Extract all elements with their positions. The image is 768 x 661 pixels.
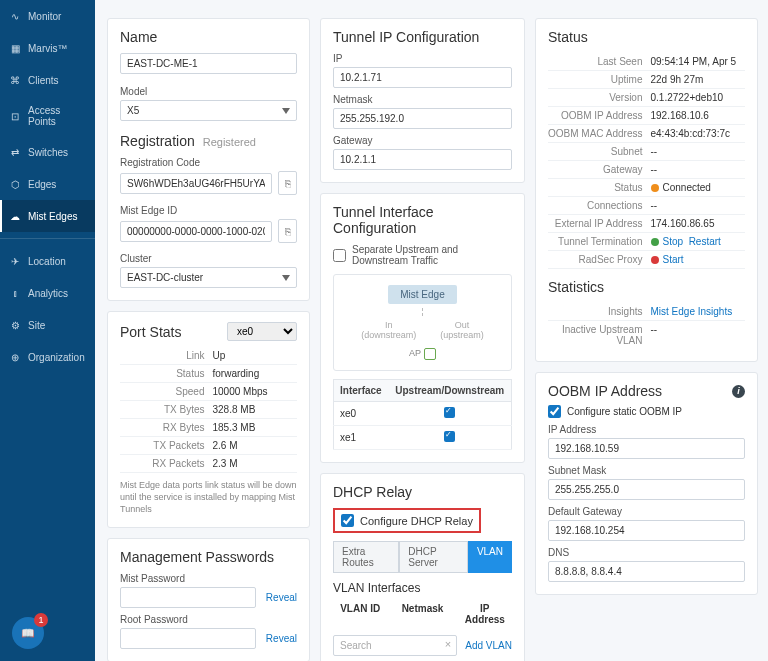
add-vlan-button[interactable]: Add VLAN [465,640,512,652]
oobm-dns-input[interactable] [548,561,745,582]
location-icon: ✈ [8,254,22,268]
main-content: Name Model X5 RegistrationRegistered Reg… [95,0,768,661]
edgeid-label: Mist Edge ID [120,205,297,216]
nav-location[interactable]: ✈Location [0,245,95,277]
copy-icon: ⎘ [285,226,291,237]
edgeid-input[interactable] [120,221,272,242]
regcode-label: Registration Code [120,157,297,168]
registration-label: RegistrationRegistered [120,133,297,149]
tab-vlan[interactable]: VLAN [468,541,512,573]
oobm-gateway-input[interactable] [548,520,745,541]
status-label: Status [548,29,745,45]
tunnel-ip-card: Tunnel IP Configuration IP Netmask Gatew… [320,18,525,183]
dhcp-relay-card: DHCP Relay Configure DHCP Relay Extra Ro… [320,473,525,661]
port-row: Speed10000 Mbps [120,383,297,401]
radsec-start-link[interactable]: Start [663,254,684,265]
clear-search-icon[interactable]: × [445,638,451,650]
oip-label: IP Address [548,424,745,435]
name-input[interactable] [120,53,297,74]
separate-traffic-checkbox[interactable]: Separate Upstream and Downstream Traffic [333,244,512,266]
vlan-search-input[interactable] [333,635,457,656]
interface-table: InterfaceUpstream/Downstream xe0 xe1 [333,379,512,450]
cluster-select[interactable]: EAST-DC-cluster [120,267,297,288]
org-icon: ⊕ [8,350,22,364]
tunnel-iface-card: Tunnel Interface Configuration Separate … [320,193,525,463]
tab-extra-routes[interactable]: Extra Routes [333,541,399,573]
nav-site[interactable]: ⚙Site [0,309,95,341]
regcode-input[interactable] [120,173,272,194]
ap-icon [424,348,436,360]
insights-link[interactable]: Mist Edge Insights [651,306,733,317]
ip-label: IP [333,53,512,64]
reveal-root-password[interactable]: Reveal [266,633,297,644]
nav-analytics[interactable]: ⫾Analytics [0,277,95,309]
nav-switches[interactable]: ⇄Switches [0,136,95,168]
checkbox-checked-icon[interactable] [444,431,455,442]
nav-marvis[interactable]: ▦Marvis™ [0,32,95,64]
docs-button[interactable]: 📖 1 [12,617,44,649]
ogw-label: Default Gateway [548,506,745,517]
tab-dhcp-server[interactable]: DHCP Server [399,541,468,573]
separate-traffic-input[interactable] [333,249,346,262]
switch-icon: ⇄ [8,145,22,159]
nav-mist-edges[interactable]: ☁Mist Edges [0,200,95,232]
portstats-label: Port Stats [120,324,181,340]
vlan-title: VLAN Interfaces [333,581,512,595]
port-select[interactable]: xe0 [227,322,297,341]
status-card: Status Last Seen09:54:14 PM, Apr 5 Uptim… [535,18,758,362]
checkbox-checked-icon[interactable] [444,407,455,418]
ip-input[interactable] [333,67,512,88]
root-password-input[interactable] [120,628,256,649]
registration-status: Registered [203,136,256,148]
analytics-icon: ⫾ [8,286,22,300]
copy-regcode-button[interactable]: ⎘ [278,171,297,195]
oobm-static-checkbox[interactable]: Configure static OOBM IP [548,405,745,418]
port-row: TX Bytes328.8 MB [120,401,297,419]
status-dot-icon [651,256,659,264]
oobm-subnet-input[interactable] [548,479,745,500]
table-row[interactable]: xe1 [334,426,512,450]
model-select[interactable]: X5 [120,100,297,121]
tunnel-restart-link[interactable]: Restart [689,236,721,247]
copy-edgeid-button[interactable]: ⎘ [278,219,297,243]
dhcp-label: DHCP Relay [333,484,512,500]
port-row: RX Packets2.3 M [120,455,297,473]
nav-clients[interactable]: ⌘Clients [0,64,95,96]
nav-organization[interactable]: ⊕Organization [0,341,95,373]
copy-icon: ⎘ [285,178,291,189]
oobm-card: OOBM IP Address i Configure static OOBM … [535,372,758,595]
port-row: Statusforwarding [120,365,297,383]
dhcp-relay-checkbox[interactable] [341,514,354,527]
gateway-input[interactable] [333,149,512,170]
mist-pw-label: Mist Password [120,573,297,584]
diagram-box: Mist Edge [388,285,456,304]
cluster-label: Cluster [120,253,297,264]
traffic-diagram: Mist Edge In(downstream) Out(upstream) A… [333,274,512,371]
nav-divider [0,238,95,239]
clients-icon: ⌘ [8,73,22,87]
nav-monitor[interactable]: ∿Monitor [0,0,95,32]
identity-card: Name Model X5 RegistrationRegistered Reg… [107,18,310,301]
reveal-mist-password[interactable]: Reveal [266,592,297,603]
osub-label: Subnet Mask [548,465,745,476]
oobm-ip-input[interactable] [548,438,745,459]
port-row: RX Bytes185.3 MB [120,419,297,437]
marvis-icon: ▦ [8,41,22,55]
netmask-label: Netmask [333,94,512,105]
ap-icon: ⊡ [8,109,22,123]
info-icon[interactable]: i [732,385,745,398]
oobm-static-input[interactable] [548,405,561,418]
status-dot-icon [651,238,659,246]
tunnel-stop-link[interactable]: Stop [663,236,684,247]
book-icon: 📖 [21,627,35,640]
table-row[interactable]: xe0 [334,402,512,426]
stats-label: Statistics [548,279,745,295]
mist-password-input[interactable] [120,587,256,608]
nav-edges[interactable]: ⬡Edges [0,168,95,200]
netmask-input[interactable] [333,108,512,129]
edges-icon: ⬡ [8,177,22,191]
gateway-label: Gateway [333,135,512,146]
status-dot-icon [651,184,659,192]
port-note: Mist Edge data ports link status will be… [120,479,297,515]
nav-access-points[interactable]: ⊡Access Points [0,96,95,136]
